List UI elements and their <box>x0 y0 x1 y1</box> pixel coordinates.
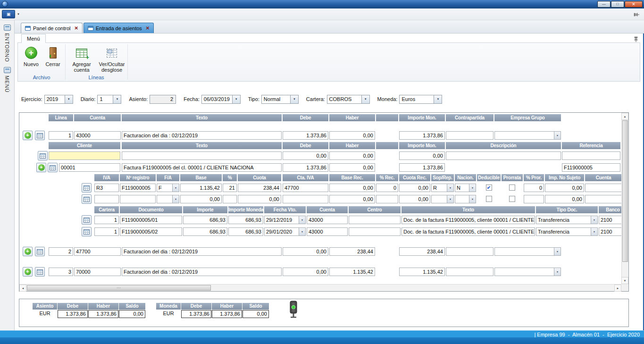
scroll-left-icon[interactable]: ◄ <box>19 285 26 292</box>
line-detail-button[interactable] <box>35 131 45 140</box>
line-detail-button[interactable] <box>82 183 92 193</box>
dropdown-arrow-icon[interactable]: ▼ <box>554 248 560 255</box>
cell-importe-mon[interactable]: 1.135,42 <box>399 268 445 276</box>
cell-debe[interactable]: 0,00 <box>283 151 328 160</box>
tipo-combo[interactable]: Normal ▼ <box>261 95 299 104</box>
cell-empresa-grupo[interactable]: ▼ <box>494 268 561 276</box>
cell-pct-pror[interactable] <box>524 195 544 203</box>
close-button[interactable]: ✕ <box>625 1 643 8</box>
cell-cuenta[interactable]: 70000 <box>74 268 121 276</box>
quick-access-dropdown-icon[interactable]: ▼ <box>17 13 20 16</box>
cell-texto[interactable]: Doc. de la factura F119000005, cliente 0… <box>401 227 535 236</box>
checkbox-deducible-checked[interactable]: ✔ <box>486 185 492 191</box>
cell-referencia[interactable]: F119000005 <box>562 163 620 172</box>
horizontal-scrollbar[interactable]: ◄ ► <box>19 284 621 291</box>
dropdown-arrow-icon[interactable]: ▼ <box>591 216 597 224</box>
cell-cliente[interactable] <box>49 151 120 160</box>
line-detail-button[interactable] <box>38 151 48 160</box>
dropdown-arrow-icon[interactable]: ▼ <box>172 184 179 192</box>
asiento-field[interactable]: 2 <box>150 95 176 104</box>
line-detail-button[interactable] <box>35 247 45 256</box>
cell-linea[interactable]: 3 <box>49 268 73 276</box>
cell-centro[interactable] <box>349 227 401 236</box>
tab-entrada-de-asientos[interactable]: Entrada de asientos ✕ <box>84 23 154 33</box>
ribbon-tab-menu[interactable]: Menú <box>21 34 46 43</box>
cell-contrapartida[interactable] <box>446 131 493 140</box>
cell-fecha-vto[interactable]: 29/12/2019▼ <box>264 216 306 224</box>
app-menu-button[interactable]: ▣ <box>2 10 15 18</box>
cell-cliente[interactable]: 00001 <box>59 163 120 172</box>
cell-cuota[interactable]: 0,00 <box>238 195 281 203</box>
cell-texto[interactable] <box>122 151 282 160</box>
add-line-button[interactable]: + <box>23 267 33 277</box>
fecha-combo[interactable]: 06/03/2019 ▼ <box>201 95 241 104</box>
cell-cartera[interactable]: 1 <box>94 216 119 224</box>
dropdown-arrow-icon[interactable]: ▼ <box>469 195 476 203</box>
cell-cuenta[interactable]: 43000 <box>307 227 348 236</box>
chevron-down-icon[interactable]: ▼ <box>362 95 370 104</box>
cell-cuenta[interactable]: 47700 <box>74 247 121 256</box>
dropdown-arrow-icon[interactable]: ▼ <box>469 184 476 192</box>
moneda-combo[interactable]: Euros ▼ <box>399 95 442 104</box>
line-detail-button[interactable] <box>82 194 92 204</box>
cell-cuenta[interactable] <box>585 184 621 192</box>
ver-ocultar-desglose-button[interactable]: Ver/Ocultar desglose <box>96 46 127 73</box>
cell-cta-iva[interactable] <box>283 195 328 203</box>
cell-texto[interactable]: Facturacion del dia : 02/12/2019 <box>122 131 282 140</box>
dropdown-arrow-icon[interactable]: ▼ <box>447 184 453 192</box>
dropdown-arrow-icon[interactable]: ▼ <box>554 132 560 139</box>
ejercicio-value[interactable]: 2019 <box>44 95 65 104</box>
sidebar-item-menu[interactable]: MENÚ <box>0 63 14 93</box>
checkbox-deducible[interactable] <box>486 196 492 202</box>
cell-cartera[interactable]: 1 <box>94 227 119 236</box>
chevron-down-icon[interactable]: ▼ <box>65 95 73 104</box>
cell-base[interactable]: 1.135,42 <box>180 184 222 192</box>
cell-contrapartida[interactable] <box>446 268 493 276</box>
cell-fa[interactable]: F▼ <box>157 184 179 192</box>
cell-pct-pror[interactable]: 0 <box>524 184 544 192</box>
cell-pct[interactable] <box>223 195 237 203</box>
line-detail-button[interactable] <box>48 163 58 172</box>
cell-texto[interactable]: Facturacion del dia : 02/12/2019 <box>122 268 282 276</box>
ribbon-pin-icon[interactable] <box>634 36 638 43</box>
cartera-value[interactable]: COBROS <box>327 95 362 104</box>
nuevo-button[interactable]: + Nuevo <box>21 46 42 67</box>
cell-importe[interactable]: 686,93 <box>183 227 227 236</box>
sidebar-item-entorno[interactable]: ENTORNO <box>0 20 14 63</box>
close-tab-icon[interactable]: ✕ <box>146 25 150 31</box>
cell-nacion[interactable]: ▼ <box>455 195 476 203</box>
cell-sop-rep[interactable]: ▼ <box>431 195 454 203</box>
tab-panel-de-control[interactable]: Panel de control ✕ <box>21 23 83 33</box>
cell-debe[interactable]: 0,00 <box>283 268 328 276</box>
cell-texto[interactable]: Factura F119000005 del cl. 00001 / CLIEN… <box>122 163 282 172</box>
cell-banco[interactable]: 2100 <box>599 216 621 224</box>
cell-tipo-doc[interactable]: Transferencia▼ <box>536 216 598 224</box>
cell-importe[interactable]: 686,93 <box>183 216 227 224</box>
cell-nacion[interactable]: N▼ <box>455 184 476 192</box>
cell-descripcion[interactable] <box>446 151 561 160</box>
cell-haber[interactable]: 238,44 <box>329 247 375 256</box>
tipo-value[interactable]: Normal <box>261 95 291 104</box>
chevron-down-icon[interactable]: ▼ <box>233 95 241 104</box>
cell-importe-mon[interactable]: 0,00 <box>399 151 445 160</box>
cell-haber[interactable]: 0,00 <box>329 163 375 172</box>
cell-debe[interactable]: 1.373,86 <box>283 163 328 172</box>
cell-texto[interactable]: Doc. de la factura F119000005, cliente 0… <box>401 216 535 224</box>
cell-documento[interactable]: F119000005/02 <box>120 227 182 236</box>
line-detail-button[interactable] <box>82 227 92 236</box>
scroll-up-icon[interactable]: ▲ <box>621 113 628 120</box>
minimize-button[interactable]: — <box>597 1 611 8</box>
line-detail-button[interactable] <box>82 215 92 225</box>
cell-imp-no-sujeto[interactable]: 0,00 <box>545 195 584 203</box>
maximize-button[interactable]: □ <box>611 1 624 8</box>
cell-cuota-rec[interactable]: 0,00 <box>399 184 430 192</box>
cell-contrapartida[interactable] <box>446 247 493 256</box>
vertical-scroll-thumb[interactable] <box>622 120 628 262</box>
moneda-value[interactable]: Euros <box>399 95 434 104</box>
diario-combo[interactable]: 1 ▼ <box>97 95 121 104</box>
dropdown-arrow-icon[interactable]: ▼ <box>554 268 560 276</box>
cell-linea[interactable]: 1 <box>49 131 73 140</box>
cell-debe[interactable]: 1.373,86 <box>283 131 328 140</box>
chevron-down-icon[interactable]: ▼ <box>434 95 442 104</box>
cell-n-registro[interactable]: F119000005 <box>120 184 156 192</box>
